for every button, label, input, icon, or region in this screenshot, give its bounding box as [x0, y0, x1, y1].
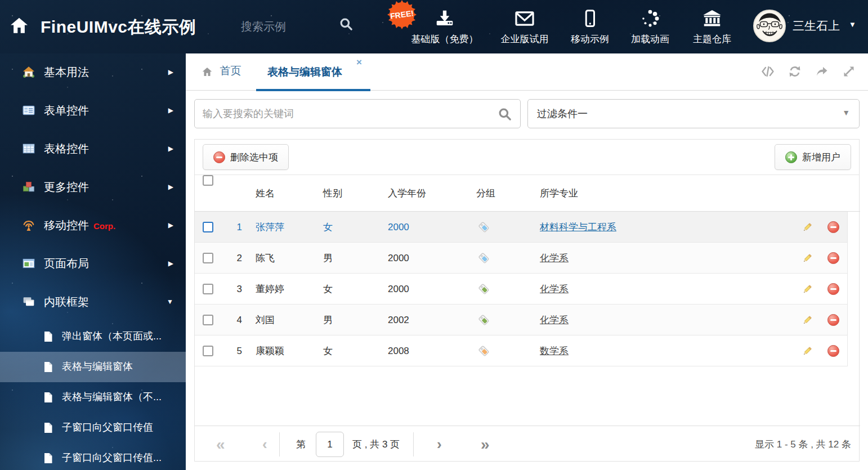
pager-next-button[interactable]: ›: [437, 426, 442, 463]
sidebar-subitem-grid-edit-window[interactable]: 表格与编辑窗体: [0, 352, 186, 382]
pager-prev-button[interactable]: ‹: [262, 426, 267, 463]
frames-icon: [23, 296, 35, 310]
grid-icon: [23, 142, 35, 157]
caret-down-icon: ▼: [167, 298, 173, 306]
row-checkbox[interactable]: [203, 222, 213, 235]
major-link[interactable]: 化学系: [540, 284, 569, 294]
edit-icon[interactable]: [802, 345, 813, 360]
plus-circle-icon: [785, 151, 797, 163]
tab-home[interactable]: 首页: [202, 64, 241, 78]
user-name[interactable]: 三生石上: [793, 18, 840, 34]
delete-row-icon[interactable]: [827, 283, 839, 298]
major-link[interactable]: 化学系: [540, 315, 569, 325]
column-header-year[interactable]: 入学年份: [388, 175, 426, 212]
table-row[interactable]: 1 张萍萍 女 2000 材料科学与工程系: [195, 212, 848, 243]
sidebar-subitem-popup-window[interactable]: 弹出窗体（本页面或...: [0, 321, 186, 352]
file-icon: [43, 392, 54, 405]
column-header-group[interactable]: 分组: [476, 175, 495, 212]
cell-year: 2000: [388, 243, 409, 274]
refresh-icon[interactable]: [788, 65, 802, 80]
cell-gender: 男: [323, 243, 333, 274]
avatar[interactable]: [753, 10, 786, 42]
delete-row-icon[interactable]: [827, 252, 839, 267]
fullscreen-icon[interactable]: [842, 65, 856, 80]
row-checkbox[interactable]: [203, 284, 213, 297]
pager-last-button[interactable]: »: [481, 426, 490, 463]
major-link[interactable]: 数学系: [540, 346, 569, 356]
row-index: 3: [227, 274, 242, 305]
sidebar-item-form-controls[interactable]: 表单控件 ▶: [0, 92, 186, 130]
arrow-right-icon: ▶: [168, 68, 173, 76]
keyword-search-input[interactable]: [203, 100, 495, 128]
sidebar-item-basic-usage[interactable]: 基本用法 ▶: [0, 53, 186, 92]
row-checkbox[interactable]: [203, 253, 213, 266]
sidebar: 基本用法 ▶ 表单控件 ▶: [0, 53, 186, 470]
sidebar-item-grid-controls[interactable]: 表格控件 ▶: [0, 130, 186, 168]
sidebar-item-iframe[interactable]: 内联框架 ▼: [0, 283, 186, 321]
edit-icon[interactable]: [802, 221, 813, 236]
pager-divider: [413, 432, 414, 456]
grid-panel: 删除选中项 新增用户 姓名 性别 入学年份 分组 所学专业 1 张萍萍: [194, 139, 860, 462]
sidebar-subitem-child-to-parent-2[interactable]: 子窗口向父窗口传值...: [0, 443, 186, 470]
row-checkbox[interactable]: [203, 315, 213, 328]
corp-badge: Corp.: [93, 221, 115, 231]
major-link[interactable]: 化学系: [540, 253, 569, 263]
search-icon[interactable]: [339, 17, 354, 34]
sidebar-item-more-controls[interactable]: 更多控件 ▶: [0, 168, 186, 207]
share-icon[interactable]: [815, 65, 829, 80]
sidebar-item-page-layout[interactable]: 页面布局 ▶: [0, 245, 186, 283]
tab-strip-tools: [761, 65, 856, 80]
home-icon[interactable]: [9, 16, 29, 38]
arrow-right-icon: ▶: [168, 259, 173, 267]
top-header: FineUIMvc在线示例: [0, 0, 868, 53]
table-row[interactable]: 5 康颖颖 女 2008 数学系: [195, 335, 848, 366]
nav-theme-store[interactable]: 主题仓库: [670, 8, 754, 46]
file-icon: [43, 361, 54, 375]
active-tab-underline: [256, 89, 370, 91]
caret-down-icon: ▼: [842, 108, 850, 117]
file-icon: [43, 422, 54, 436]
cell-name: 董婷婷: [256, 274, 284, 305]
nav-basic-version[interactable]: 基础版（免费）: [402, 8, 487, 46]
sidebar-subitem-grid-edit-window-2[interactable]: 表格与编辑窗体（不...: [0, 382, 186, 413]
row-index: 4: [227, 305, 242, 335]
table-row[interactable]: 2 陈飞 男 2000 化学系: [195, 243, 848, 274]
table-row[interactable]: 4 刘国 男 2002 化学系: [195, 305, 848, 335]
delete-selected-button[interactable]: 删除选中项: [203, 144, 289, 170]
row-checkbox[interactable]: [203, 346, 213, 359]
header-search-input[interactable]: [241, 17, 331, 36]
column-header-name[interactable]: 姓名: [256, 175, 275, 212]
column-header-major[interactable]: 所学专业: [540, 175, 578, 212]
page: FineUIMvc在线示例: [0, 0, 868, 470]
minus-circle-icon: [213, 151, 225, 163]
edit-icon[interactable]: [802, 314, 813, 329]
add-user-button[interactable]: 新增用户: [775, 144, 851, 170]
keyword-search-box: [194, 99, 521, 128]
tab-close-icon[interactable]: ×: [356, 57, 362, 68]
code-icon[interactable]: [761, 65, 775, 80]
page-number-input[interactable]: [316, 432, 344, 457]
edit-icon[interactable]: [802, 283, 813, 298]
cell-year: 2000: [388, 274, 409, 305]
column-header-gender[interactable]: 性别: [323, 175, 342, 212]
delete-row-icon[interactable]: [827, 345, 839, 360]
filter-dropdown-value: 过滤条件一: [537, 107, 588, 120]
caret-down-icon[interactable]: ▼: [849, 20, 856, 29]
pager-first-button[interactable]: «: [216, 426, 225, 463]
search-icon[interactable]: [498, 107, 512, 124]
table-row[interactable]: 3 董婷婷 女 2000 化学系: [195, 274, 848, 305]
edit-icon[interactable]: [802, 252, 813, 267]
tag-icon: [478, 221, 490, 236]
sidebar-item-mobile-controls[interactable]: 移动控件Corp. ▶: [0, 207, 186, 245]
sidebar-subitem-child-to-parent[interactable]: 子窗口向父窗口传值: [0, 413, 186, 443]
delete-row-icon[interactable]: [827, 314, 839, 329]
tab-grid-edit-window[interactable]: 表格与编辑窗体 ×: [256, 53, 370, 91]
tab-strip: 首页 表格与编辑窗体 ×: [186, 53, 868, 91]
delete-row-icon[interactable]: [827, 221, 839, 236]
filter-dropdown[interactable]: 过滤条件一 ▼: [527, 99, 860, 128]
arrow-right-icon: ▶: [168, 106, 173, 114]
pager-summary: 显示 1 - 5 条 , 共 12 条: [755, 426, 851, 463]
major-link[interactable]: 材料科学与工程系: [540, 222, 616, 232]
tag-icon: [478, 345, 490, 360]
tag-icon: [478, 314, 490, 329]
